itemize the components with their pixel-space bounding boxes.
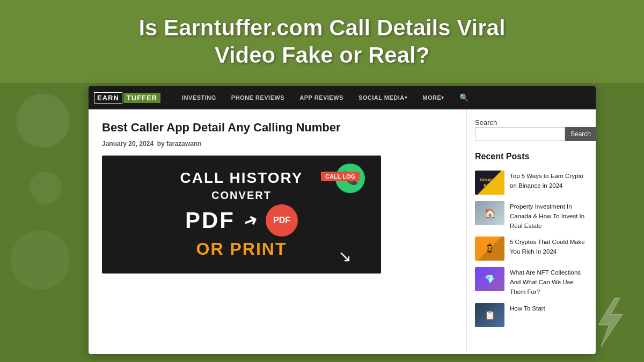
nav-search-icon[interactable]: 🔍: [452, 93, 476, 102]
post-item-1: BINANCEEARN Top 5 Ways to Earn Crypto on…: [475, 171, 588, 195]
search-button[interactable]: Search: [565, 127, 596, 141]
logo-area: EARN TUFFER: [94, 92, 164, 104]
image-pdf-text: PDF: [185, 208, 235, 233]
post-info-3: 5 Cryptos That Could Make You Rich In 20…: [510, 237, 588, 256]
page-title: Is Earntuffer.com Call Details Viral Vid…: [138, 14, 505, 69]
content-area: Best Caller App Detail Any Calling Numbe…: [89, 109, 596, 354]
deco-circle-3: [11, 231, 70, 290]
search-label: Search: [475, 119, 497, 127]
nav-items: INVESTING PHONE REVIEWS APP REVIEWS SOCI…: [174, 86, 596, 109]
sidebar: Search Search Recent Posts BINANCEEARN T…: [467, 109, 596, 354]
post-info-2: Property Investment In Canada & How To I…: [510, 201, 588, 230]
browser-card: EARN TUFFER INVESTING PHONE REVIEWS APP …: [89, 86, 596, 354]
thumb-crypto: BINANCEEARN: [475, 171, 504, 195]
nav-phone-reviews[interactable]: PHONE REVIEWS: [224, 86, 292, 109]
post-thumb-5: 📋: [475, 303, 504, 327]
post-thumb-2: 🏠: [475, 201, 504, 225]
post-title-3[interactable]: 5 Cryptos That Could Make You Rich In 20…: [510, 239, 585, 255]
thumb-bitcoin: ₿: [475, 237, 504, 261]
logo-tuffer: TUFFER: [123, 93, 160, 103]
image-or-print: OR PRINT: [196, 239, 287, 259]
title-line1: Is Earntuffer.com Call Details Viral: [138, 15, 505, 40]
search-input[interactable]: [475, 127, 565, 141]
article-meta: January 20, 2024 by farazawann: [102, 140, 453, 147]
svg-marker-0: [598, 298, 623, 346]
thumb-nft: 💎: [475, 267, 504, 291]
navbar: EARN TUFFER INVESTING PHONE REVIEWS APP …: [89, 86, 596, 109]
post-title-1[interactable]: Top 5 Ways to Earn Crypto on Binance in …: [510, 173, 583, 189]
post-item-2: 🏠 Property Investment In Canada & How To…: [475, 201, 588, 230]
nav-social-media[interactable]: SOCIAL MEDIA: [351, 86, 415, 109]
article-author: farazawann: [166, 140, 201, 147]
title-line2: Video Fake or Real?: [215, 42, 430, 68]
post-thumb-4: 💎: [475, 267, 504, 291]
nav-more[interactable]: More: [415, 86, 452, 109]
thumb-howto: 📋: [475, 303, 504, 327]
pdf-badge: PDF: [266, 204, 298, 237]
article-title: Best Caller App Detail Any Calling Numbe…: [102, 120, 453, 136]
recent-posts-title: Recent Posts: [475, 152, 588, 164]
image-convert: CONVERT: [211, 189, 272, 202]
deco-circle-2: [30, 172, 62, 204]
nav-app-reviews[interactable]: APP REVIEWS: [292, 86, 351, 109]
thumb-property: 🏠: [475, 201, 504, 225]
post-thumb-1: BINANCEEARN: [475, 171, 504, 195]
page-title-area: Is Earntuffer.com Call Details Viral Vid…: [0, 0, 644, 83]
article-by: by: [157, 140, 165, 147]
post-title-2[interactable]: Property Investment In Canada & How To I…: [510, 203, 584, 229]
bottom-arrow-icon: ↘: [338, 247, 352, 265]
post-info-4: What Are NFT Collections And What Can We…: [510, 267, 588, 296]
article-image: 📞 CALL LOG CALL HISTORY CONVERT PDF ➜ PD…: [102, 156, 381, 274]
post-item-5: 📋 How To Start: [475, 303, 588, 327]
search-row: Search: [475, 127, 588, 141]
post-item-4: 💎 What Are NFT Collections And What Can …: [475, 267, 588, 296]
post-title-4[interactable]: What Are NFT Collections And What Can We…: [510, 269, 581, 295]
logo-earn: EARN: [94, 92, 122, 104]
nav-investing[interactable]: INVESTING: [174, 86, 224, 109]
image-title: CALL HISTORY: [180, 169, 303, 187]
deco-circle-1: [16, 94, 70, 147]
post-item-3: ₿ 5 Cryptos That Could Make You Rich In …: [475, 237, 588, 261]
post-thumb-3: ₿: [475, 237, 504, 261]
article-date: January 20, 2024: [102, 140, 153, 147]
main-content: Best Caller App Detail Any Calling Numbe…: [89, 109, 467, 354]
call-log-badge: CALL LOG: [321, 172, 360, 181]
image-pdf-row: PDF ➜ PDF: [185, 204, 298, 237]
post-info-5: How To Start: [510, 303, 588, 313]
arrow-icon: ➜: [240, 209, 260, 233]
post-title-5[interactable]: How To Start: [510, 305, 545, 312]
post-info-1: Top 5 Ways to Earn Crypto on Binance in …: [510, 171, 588, 190]
